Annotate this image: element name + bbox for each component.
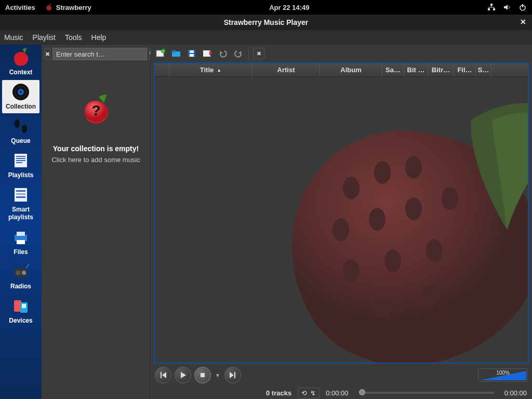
play-button[interactable] (175, 367, 191, 383)
network-icon[interactable] (487, 3, 496, 11)
svg-point-43 (405, 156, 422, 179)
close-icon[interactable]: ✕ (518, 17, 528, 26)
col-artist[interactable]: Artist (252, 63, 320, 76)
transport-bar: ▼ 100% (151, 364, 532, 387)
redo-button[interactable] (233, 48, 244, 59)
menu-music[interactable]: Music (4, 33, 23, 42)
svg-point-7 (20, 91, 22, 93)
devices-icon (9, 296, 32, 316)
power-icon[interactable] (518, 3, 527, 11)
sidebar-item-label: Collection (6, 103, 36, 110)
svg-rect-2 (493, 8, 495, 10)
sidebar-item-smart-playlists[interactable]: Smart playlists (2, 183, 39, 224)
svg-point-47 (442, 187, 458, 210)
sidebar-item-devices[interactable]: Devices (2, 294, 39, 327)
undo-button[interactable] (217, 48, 229, 59)
svg-rect-25 (16, 271, 20, 275)
stop-dropdown[interactable]: ▼ (214, 367, 221, 383)
collection-panel: ✖ 🔧 ▼ ? Your collection is empty! Click … (42, 45, 151, 399)
close-tab-button[interactable]: ✖ (253, 48, 264, 59)
next-button[interactable] (224, 367, 241, 383)
menu-playlist[interactable]: Playlist (33, 33, 56, 42)
menubar: Music Playlist Tools Help (0, 30, 532, 45)
activities-button[interactable]: Activities (5, 4, 35, 11)
strawberry-app-icon (45, 3, 53, 11)
volume-icon[interactable] (503, 3, 511, 11)
window-title: Strawberry Music Player (224, 18, 309, 26)
col-bitrate[interactable]: Bitr… (428, 63, 454, 76)
clear-search-button[interactable]: ✖ (45, 48, 50, 60)
sort-asc-icon: ▲ (217, 68, 221, 73)
svg-rect-29 (22, 304, 26, 308)
svg-rect-53 (201, 373, 205, 377)
svg-point-10 (22, 125, 27, 133)
empty-hint: Click here to add some music (46, 156, 146, 164)
menu-tools[interactable]: Tools (65, 33, 82, 42)
strawberry-question-icon: ? (78, 95, 114, 126)
seek-bar[interactable] (359, 392, 494, 394)
sidebar-item-files[interactable]: Files (2, 225, 39, 259)
svg-rect-17 (16, 190, 25, 192)
stop-button[interactable] (194, 367, 211, 383)
volume-control[interactable]: 100% (478, 368, 528, 382)
svg-point-46 (405, 197, 422, 220)
svg-point-24 (22, 271, 26, 275)
svg-rect-15 (16, 162, 22, 163)
svg-rect-36 (172, 50, 176, 52)
svg-point-52 (421, 286, 437, 309)
svg-rect-19 (16, 196, 25, 198)
current-app[interactable]: Strawberry (45, 3, 91, 11)
svg-rect-27 (14, 300, 21, 312)
clock[interactable]: Apr 22 14:49 (91, 4, 487, 11)
col-blank[interactable] (155, 63, 169, 76)
save-playlist-button[interactable] (186, 48, 197, 59)
menu-help[interactable]: Help (91, 33, 107, 42)
vinyl-icon (9, 82, 32, 102)
col-album[interactable]: Album (320, 63, 382, 76)
empty-title: Your collection is empty! (46, 144, 146, 153)
repeat-icon[interactable]: ⟲ (301, 389, 307, 397)
sidebar-item-label: Context (9, 69, 33, 76)
printer-icon (9, 228, 32, 247)
sidebar-item-label: Playlists (8, 171, 34, 179)
col-file[interactable]: Fil… (454, 63, 476, 76)
volume-label: 100% (496, 370, 510, 376)
sidebar-item-playlists[interactable]: Playlists (2, 149, 39, 182)
search-input[interactable] (52, 48, 147, 60)
clear-playlist-button[interactable] (202, 48, 213, 59)
svg-rect-14 (16, 160, 25, 161)
col-s[interactable]: S… (476, 63, 491, 76)
strawberry-icon (9, 48, 32, 68)
status-line: 0 tracks ⟲ ↯ 0:00:00 0:00:00 (151, 387, 532, 399)
col-bitd[interactable]: Bit … (404, 63, 428, 76)
col-sample[interactable]: Sa… (382, 63, 404, 76)
window-titlebar: Strawberry Music Player ✕ (0, 15, 532, 30)
col-title[interactable]: Title▲ (169, 63, 252, 76)
sidebar-item-queue[interactable]: Queue (2, 114, 39, 148)
seek-handle[interactable] (359, 389, 365, 395)
svg-rect-40 (203, 50, 210, 57)
new-playlist-button[interactable]: + (155, 48, 166, 59)
col-title-label: Title (200, 66, 214, 74)
sidebar-item-context[interactable]: Context (2, 46, 39, 79)
sidebar-item-radios[interactable]: Radios (2, 260, 39, 293)
svg-point-51 (374, 296, 391, 319)
svg-point-9 (15, 119, 20, 128)
svg-point-44 (332, 218, 349, 241)
total-time: 0:00:00 (504, 389, 527, 397)
track-count: 0 tracks (266, 389, 291, 397)
radio-icon (9, 262, 32, 282)
open-playlist-button[interactable] (170, 48, 182, 59)
playlist-doc-icon (9, 151, 32, 170)
gnome-topbar: Activities Strawberry Apr 22 14:49 (0, 0, 532, 15)
svg-rect-12 (16, 156, 25, 157)
sidebar-item-label: Files (14, 248, 28, 256)
svg-point-45 (369, 208, 385, 231)
sidebar: Context Collection Queue Playlists Smart… (0, 45, 42, 399)
shuffle-icon[interactable]: ↯ (310, 389, 316, 397)
sidebar-item-collection[interactable]: Collection (2, 80, 39, 113)
svg-line-26 (26, 264, 29, 268)
svg-point-48 (343, 260, 360, 283)
empty-collection[interactable]: ? Your collection is empty! Click here t… (42, 63, 150, 164)
previous-button[interactable] (155, 367, 171, 383)
